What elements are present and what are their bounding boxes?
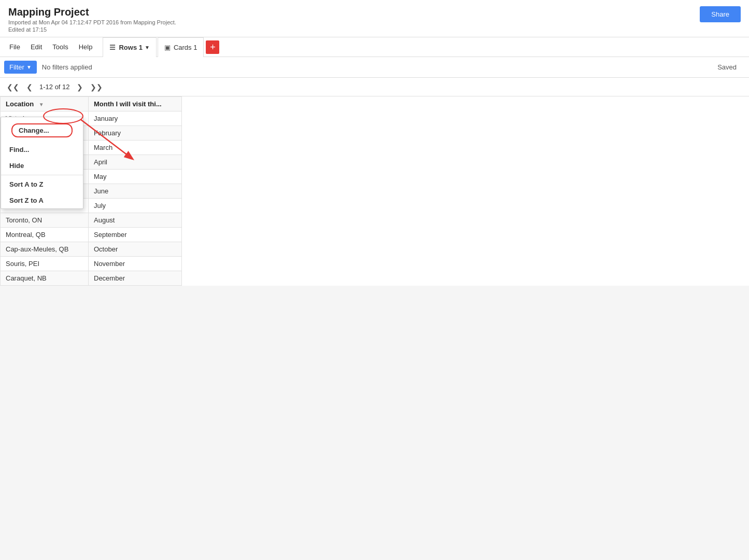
menu-edit[interactable]: Edit [25, 37, 47, 57]
cell-location: Toronto, ON [1, 213, 89, 228]
dropdown-divider [1, 175, 83, 175]
col-location-label: Location [6, 100, 34, 108]
filter-label: Filter [9, 63, 24, 71]
cell-month: November [89, 257, 182, 271]
tab-cards-label: Cards 1 [174, 44, 197, 51]
col-month-label: Month I will visit thi... [94, 100, 162, 108]
cell-location: Souris, PEI [1, 257, 89, 271]
add-view-button[interactable]: + [206, 40, 219, 54]
cell-location: Montreal, QB [1, 228, 89, 242]
table-container: Location ▼ Change... Find... Hide Sort A… [0, 96, 749, 286]
menu-help[interactable]: Help [74, 37, 98, 57]
app-header: Mapping Project Imported at Mon Apr 04 1… [0, 0, 749, 37]
cell-month: October [89, 242, 182, 257]
dropdown-sort-az[interactable]: Sort A to Z [1, 176, 83, 192]
table-row: Montreal, QB September [1, 228, 182, 242]
filter-left: Filter ▼ No filters applied [4, 61, 92, 74]
dropdown-change[interactable]: Change... [11, 123, 73, 137]
menu-tools[interactable]: Tools [47, 37, 73, 57]
cell-month: January [89, 111, 182, 126]
app-subtitle1: Imported at Mon Apr 04 17:12:47 PDT 2016… [8, 19, 176, 25]
rows-dropdown-arrow: ▼ [145, 45, 150, 50]
table-row: Caraquet, NB December [1, 271, 182, 286]
saved-text: Saved [717, 63, 737, 71]
pagination-bar: ❮❮ ❮ 1-12 of 12 ❯ ❯❯ [0, 78, 749, 96]
table-row: Souris, PEI November [1, 257, 182, 271]
prev-page-button[interactable]: ❮ [24, 82, 35, 92]
col-month-header[interactable]: Month I will visit thi... [89, 97, 182, 111]
cell-month: February [89, 126, 182, 141]
cell-month: March [89, 141, 182, 155]
dropdown-sort-za[interactable]: Sort Z to A [1, 192, 83, 208]
next-page-button[interactable]: ❯ [74, 82, 86, 92]
app-title: Mapping Project [8, 6, 176, 18]
cell-month: September [89, 228, 182, 242]
table-row: Cap-aux-Meules, QB October [1, 242, 182, 257]
cell-month: April [89, 155, 182, 170]
toolbar: File Edit Tools Help ☰ Rows 1 ▼ ▣ Cards … [0, 37, 749, 57]
tab-rows[interactable]: ☰ Rows 1 ▼ [103, 37, 156, 57]
cell-month: December [89, 271, 182, 286]
page-info: 1-12 of 12 [39, 83, 70, 91]
cards-icon: ▣ [164, 44, 171, 51]
filter-bar: Filter ▼ No filters applied Saved [0, 57, 749, 78]
app-subtitle2: Edited at 17:15 [8, 26, 176, 33]
filter-dropdown-icon: ▼ [26, 64, 32, 70]
first-page-button[interactable]: ❮❮ [4, 82, 22, 92]
cell-location: Cap-aux-Meules, QB [1, 242, 89, 257]
col-location-header[interactable]: Location ▼ Change... Find... Hide Sort A… [1, 97, 89, 111]
no-filters-text: No filters applied [42, 63, 92, 71]
cell-location: Caraquet, NB [1, 271, 89, 286]
location-sort-icon: ▼ [39, 102, 44, 107]
cell-month: June [89, 184, 182, 199]
dropdown-find[interactable]: Find... [1, 142, 83, 158]
cell-month: August [89, 213, 182, 228]
dropdown-hide[interactable]: Hide [1, 158, 83, 174]
cell-month: May [89, 170, 182, 184]
header-left: Mapping Project Imported at Mon Apr 04 1… [8, 6, 176, 33]
menu-file[interactable]: File [4, 37, 25, 57]
filter-button[interactable]: Filter ▼ [4, 61, 37, 74]
tab-cards[interactable]: ▣ Cards 1 [158, 37, 204, 57]
share-button[interactable]: Share [700, 6, 741, 22]
location-dropdown-menu: Change... Find... Hide Sort A to Z Sort … [1, 117, 83, 209]
table-row: Toronto, ON August [1, 213, 182, 228]
last-page-button[interactable]: ❯❯ [88, 82, 105, 92]
cell-month: July [89, 199, 182, 213]
rows-icon: ☰ [109, 44, 116, 51]
data-table: Location ▼ Change... Find... Hide Sort A… [0, 96, 182, 286]
tab-rows-label: Rows 1 [119, 44, 143, 51]
